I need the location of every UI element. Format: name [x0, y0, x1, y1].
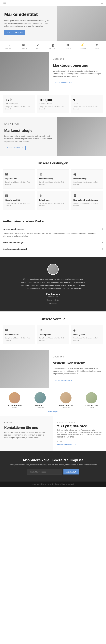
advantages-title: Unsere Vorteile — [3, 317, 103, 321]
contact-right: RUFEN SIE UNS AN T: +1 (324) 987-56-54 N… — [53, 416, 106, 451]
services-section: Unsere Leistungen ⊡ Logo-Entwurf Sample … — [0, 156, 106, 215]
accordion-header-2[interactable]: Wireframe and design + — [3, 241, 103, 244]
stat-number-2: 100,000 — [39, 98, 67, 102]
newsletter-section: Abonnieren Sie unsere Mailingliste Lorem… — [0, 451, 106, 482]
newsletter-submit-button[interactable]: ANMELDEN — [64, 469, 79, 474]
team-card-2: MATTIE BALL Bankräuber — [28, 392, 52, 408]
team-avatar-2 — [34, 392, 46, 404]
newsletter-email-input[interactable] — [27, 469, 62, 474]
testimonial-dot-2[interactable] — [51, 303, 52, 304]
hero-title: Markenidentität — [4, 12, 53, 17]
team-card-3: JENNIE ROBERTS Trapezakrobat — [54, 392, 78, 408]
contact-section: KONTAKTE Kontaktieren Sie uns Lorem ipsu… — [0, 416, 106, 451]
contact-phone: T: +1 (324) 987-56-54 — [57, 424, 102, 428]
service-title-2: Marktforschung — [39, 178, 67, 180]
icon-item-6[interactable]: ⚡ COMPANY — [79, 44, 86, 49]
accordion-section: Aufbau einer starken Marke Research and … — [0, 215, 106, 256]
testimonial-avatar — [47, 264, 59, 275]
strategy-details-button[interactable]: DETAILS ANSCHAUEN — [4, 146, 26, 150]
stat-desc-2: Sample text. Click to select the Test El… — [39, 106, 67, 110]
accordion-header-1[interactable]: Research and strategy + — [3, 228, 103, 231]
team-role-1: Falkner — [12, 407, 17, 408]
testimonial-text: Nempe praeclarum videor mihi, quod est i… — [18, 278, 88, 290]
service-icon-2: ⊞ — [39, 172, 67, 176]
testimonial-sub: New York, USA — [47, 299, 59, 301]
hero-text: Markenidentität Lorem ipsum dolor sit am… — [0, 6, 57, 41]
menu-icon[interactable]: ☰ — [101, 2, 103, 4]
icon-item-5[interactable]: ⊡ CONTACT — [64, 44, 71, 49]
team-role-4: Gärtner — [89, 407, 94, 408]
newsletter-form: ANMELDEN — [3, 469, 103, 474]
team-name-1: BERTIE NORTON — [8, 405, 22, 407]
advantage-card-3: ◈ Hohe Qualität Sample text. Click to se… — [71, 325, 103, 344]
contact-phone-desc: Nehmen Sie Kontakt auf und Ihre Fragen, … — [57, 429, 102, 438]
team-name-4: JENNIE CLARKE — [85, 405, 98, 407]
icon-contact-3: ✓ — [37, 44, 39, 47]
team-more-link[interactable]: Alle anzeigen — [3, 408, 103, 414]
team-avatar-1 — [9, 392, 20, 404]
service-desc-4: Sample text. Click to select the Test El… — [5, 202, 33, 207]
advantage-card-2: ⊕ Zeitersparnis Sample text. Click to se… — [37, 325, 69, 344]
team-name-2: MATTIE BALL — [35, 405, 46, 407]
icon-contact-7: ⊟ — [96, 44, 98, 47]
about-text: ÜBER UNS Marktpositionierung Lorem ipsum… — [49, 52, 106, 90]
accordion-item-1[interactable]: Research and strategy + Lorem ipsum dolo… — [3, 226, 103, 239]
icon-contact-1: ○ — [8, 44, 10, 47]
advantage-title-2: Zeitersparnis — [39, 334, 67, 336]
contact-email[interactable]: beispiel@beispiel.com — [57, 443, 102, 445]
icon-item-2[interactable]: ⊞ CONTACT — [20, 44, 27, 49]
testimonial-dot-4[interactable] — [56, 303, 57, 304]
team-role-2: Bankräuber — [37, 407, 44, 408]
icon-item-4[interactable]: ◎ CONTACT — [49, 44, 57, 49]
testimonial-role: Unternehmer — [48, 295, 58, 297]
hero-cta-button[interactable]: KONTAKTIERE UNS — [4, 30, 25, 35]
accordion-plus-icon-3: + — [102, 248, 103, 250]
stat-number-3: 9 — [73, 98, 101, 102]
accordion-header-3[interactable]: Maintenance and support + — [3, 248, 103, 250]
icon-item-3[interactable]: ✓ CONTACT — [35, 44, 42, 49]
navbar: logo ☰ — [0, 0, 106, 6]
strategy-text: WAS WIR TUN Markenstrategie Lorem ipsum … — [0, 117, 57, 156]
testimonial-dot-1[interactable] — [49, 303, 50, 304]
icon-item-7[interactable]: ⊟ CONTACT — [94, 44, 101, 49]
service-title-1: Logo-Entwurf — [5, 178, 33, 180]
advantage-desc-3: Sample text. Click to select the Test El… — [73, 337, 101, 342]
icon-item-1[interactable]: ○ CONTACT — [5, 44, 12, 49]
strategy-section: WAS WIR TUN Markenstrategie Lorem ipsum … — [0, 117, 106, 156]
service-card-1: ⊡ Logo-Entwurf Sample text. Click to sel… — [3, 169, 35, 188]
accordion-item-2[interactable]: Wireframe and design + — [3, 240, 103, 246]
icon-contact-4: ◎ — [51, 44, 54, 47]
stat-label-3: Länder — [73, 103, 101, 105]
accordion-item-3[interactable]: Maintenance and support + — [3, 246, 103, 252]
visual-details-button[interactable]: DETAILS ANSCHAUEN — [53, 378, 74, 382]
visual-section: ÜBER UNS Visuelle Konsistenz Lorem ipsum… — [0, 350, 106, 388]
contact-email-label: E-MAIL — [57, 441, 102, 442]
visual-image — [0, 350, 49, 388]
icon-contact-5: ⊡ — [66, 44, 69, 47]
advantage-icon-2: ⊕ — [39, 328, 67, 332]
footer-text: Copyright © Click to Info for this Eleme… — [3, 483, 103, 485]
hero-description: Lorem ipsum dolor sit amet, consectetur … — [4, 19, 53, 28]
logo: logo — [3, 2, 6, 4]
newsletter-title: Abonnieren Sie unsere Mailingliste — [3, 458, 103, 462]
stat-card-3: 9 Länder Sample text. Click to select th… — [71, 95, 103, 113]
icon-label-6: COMPANY — [79, 48, 86, 49]
icon-label-3: CONTACT — [35, 48, 42, 49]
about-section: ÜBER UNS Marktpositionierung Lorem ipsum… — [0, 52, 106, 90]
testimonial-dot-3[interactable] — [54, 303, 55, 304]
hero-image-placeholder — [57, 6, 106, 41]
team-avatar-3 — [60, 392, 72, 404]
advantage-desc-2: Sample text. Click to select the Test El… — [39, 337, 67, 342]
accordion-content-1: Lorem ipsum dolor sit amet, consectetur … — [3, 231, 103, 238]
advantage-desc-1: Sample text. Click to select the Test El… — [5, 337, 33, 342]
team-card-4: JENNIE CLARKE Gärtner — [80, 392, 103, 408]
contact-label: KONTAKTE — [4, 422, 49, 424]
stat-desc-3: Sample text. Click to select the Test El… — [73, 106, 101, 110]
icon-label-2: CONTACT — [20, 48, 27, 49]
testimonial-dots — [49, 303, 57, 304]
services-grid: ⊡ Logo-Entwurf Sample text. Click to sel… — [3, 169, 103, 210]
about-details-button[interactable]: DETAILS ANSCHAUEN — [53, 81, 74, 85]
team-avatar-4 — [86, 392, 97, 404]
strategy-label: WAS WIR TUN — [4, 123, 53, 126]
services-title: Unsere Leistungen — [3, 161, 103, 165]
